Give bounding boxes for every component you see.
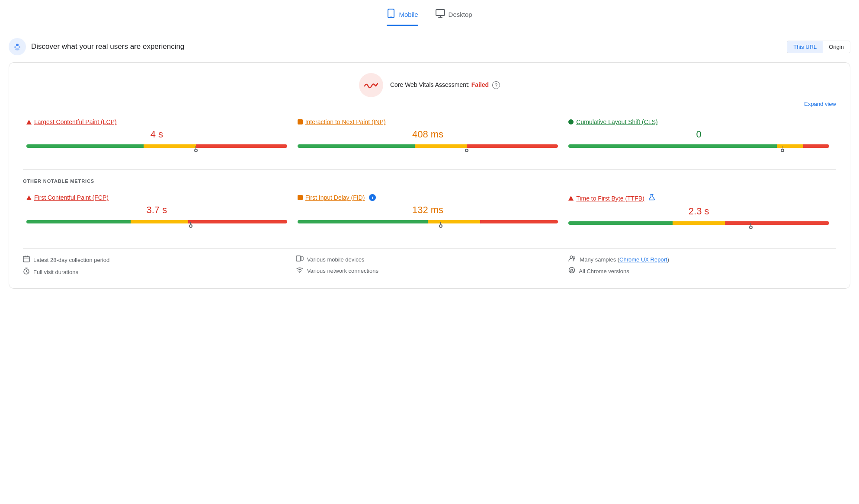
network-text: Various network connections (307, 268, 378, 274)
section-header: Discover what your real users are experi… (9, 38, 850, 55)
expand-view-button[interactable]: Expand view (23, 101, 836, 107)
svg-point-12 (570, 256, 573, 258)
inp-indicator (298, 119, 303, 124)
svg-point-13 (573, 257, 575, 258)
metric-fid: First Input Delay (FID) i 132 ms (294, 191, 565, 238)
ttfb-marker (749, 223, 753, 229)
footer-visit-duration: Full visit durations (23, 268, 291, 276)
tab-mobile[interactable]: Mobile (387, 9, 418, 26)
other-metrics-title: OTHER NOTABLE METRICS (23, 179, 836, 184)
ttfb-bar (568, 221, 829, 231)
svg-point-3 (16, 44, 19, 46)
cls-marker (781, 146, 784, 152)
footer-chrome-versions: All Chrome versions (568, 267, 836, 275)
inp-label[interactable]: Interaction to Next Paint (INP) (305, 118, 386, 125)
cls-label[interactable]: Cumulative Layout Shift (CLS) (576, 118, 657, 125)
cls-value: 0 (568, 129, 829, 140)
origin-button[interactable]: Origin (823, 41, 850, 53)
fid-bar (298, 220, 558, 230)
other-metrics-grid: First Contentful Paint (FCP) 3.7 s (23, 191, 836, 238)
metric-cls: Cumulative Layout Shift (CLS) 0 (565, 115, 836, 161)
footer-col-3: Many samples (Chrome UX Report) All Chro… (568, 255, 836, 276)
svg-rect-9 (296, 256, 301, 261)
mobile-devices-text: Various mobile devices (307, 256, 365, 263)
tab-bar: Mobile Desktop (9, 9, 850, 26)
svg-rect-10 (301, 257, 303, 260)
fid-info-icon[interactable]: i (369, 194, 376, 201)
footer-info: Latest 28-day collection period Full vis… (23, 248, 836, 276)
core-metrics-grid: Largest Contentful Paint (LCP) 4 s (23, 115, 836, 161)
this-url-button[interactable]: This URL (787, 41, 823, 53)
ttfb-value: 2.3 s (568, 206, 829, 217)
samples-text: Many samples (Chrome UX Report) (580, 256, 669, 263)
footer-collection-period: Latest 28-day collection period (23, 255, 291, 264)
fid-marker (439, 222, 442, 228)
fid-indicator (298, 195, 303, 200)
chrome-versions-text: All Chrome versions (579, 268, 629, 274)
svg-point-6 (15, 48, 19, 51)
lcp-marker (194, 146, 198, 152)
assessment-header: Core Web Vitals Assessment: Failed ? (23, 73, 836, 97)
chrome-icon (568, 267, 575, 275)
visit-duration-text: Full visit durations (33, 269, 78, 275)
tab-desktop-label: Desktop (449, 11, 472, 18)
mobile-icon (387, 9, 395, 20)
lcp-indicator (26, 120, 32, 124)
cls-indicator (568, 119, 574, 124)
svg-point-5 (19, 46, 20, 48)
metric-fcp: First Contentful Paint (FCP) 3.7 s (23, 191, 294, 238)
fid-label[interactable]: First Input Delay (FID) (305, 194, 365, 201)
metric-ttfb: Time to First Byte (TTFB) 2.3 s (565, 191, 836, 238)
svg-rect-7 (23, 256, 29, 262)
metrics-divider (23, 169, 836, 170)
metric-inp: Interaction to Next Paint (INP) 408 ms (294, 115, 565, 161)
svg-point-11 (299, 272, 300, 273)
svg-point-1 (391, 16, 391, 17)
timer-icon (23, 268, 30, 276)
assessment-icon (359, 73, 383, 97)
footer-col-2: Various mobile devices Various network c… (296, 255, 564, 276)
crux-report-link[interactable]: Chrome UX Report (619, 256, 667, 263)
svg-rect-2 (436, 10, 445, 16)
ttfb-label[interactable]: Time to First Byte (TTFB) (576, 195, 644, 202)
fcp-label[interactable]: First Contentful Paint (FCP) (34, 194, 109, 201)
fcp-bar (26, 220, 287, 230)
lcp-bar (26, 144, 287, 154)
lcp-label[interactable]: Largest Contentful Paint (LCP) (34, 118, 117, 125)
fcp-value: 3.7 s (26, 204, 287, 216)
inp-value: 408 ms (298, 129, 558, 140)
svg-point-14 (569, 268, 575, 273)
users-icon (568, 255, 576, 263)
section-title: Discover what your real users are experi… (31, 42, 184, 51)
main-card: Core Web Vitals Assessment: Failed ? Exp… (9, 62, 850, 289)
footer-samples: Many samples (Chrome UX Report) (568, 255, 836, 263)
help-icon[interactable]: ? (492, 81, 500, 89)
lcp-value: 4 s (26, 129, 287, 140)
collection-period-text: Latest 28-day collection period (33, 257, 109, 263)
svg-point-4 (14, 46, 16, 48)
devices-icon (296, 255, 304, 263)
desktop-icon (436, 9, 445, 20)
tab-desktop[interactable]: Desktop (436, 9, 472, 26)
fid-value: 132 ms (298, 204, 558, 216)
fcp-marker (189, 222, 192, 228)
ttfb-experiment-icon (649, 194, 655, 202)
inp-bar (298, 144, 558, 154)
ttfb-indicator (568, 196, 574, 201)
wifi-icon (296, 267, 304, 274)
footer-network: Various network connections (296, 267, 564, 274)
footer-mobile-devices: Various mobile devices (296, 255, 564, 263)
url-toggle: This URL Origin (787, 41, 850, 53)
footer-col-1: Latest 28-day collection period Full vis… (23, 255, 291, 276)
cls-bar (568, 144, 829, 154)
assessment-title: Core Web Vitals Assessment: Failed ? (390, 81, 500, 89)
metric-lcp: Largest Contentful Paint (LCP) 4 s (23, 115, 294, 161)
tab-mobile-label: Mobile (399, 11, 418, 18)
calendar-icon (23, 255, 30, 264)
inp-marker (465, 146, 468, 152)
header-icon (9, 38, 26, 55)
fcp-indicator (26, 195, 32, 200)
